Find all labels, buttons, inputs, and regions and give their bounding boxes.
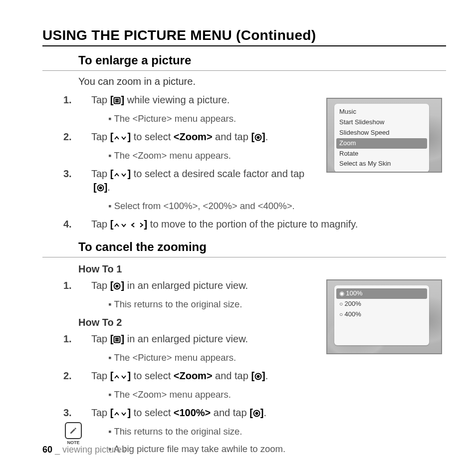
step-number: 3. [78,167,91,181]
svg-point-9 [116,284,119,287]
step-text: Tap [] in an enlarged picture view. [91,333,248,344]
step-text: Tap [] to select <Zoom> and tap []. [91,131,268,142]
step-number: 2. [78,369,91,383]
select-icon [253,410,260,417]
svg-point-17 [255,412,258,415]
svg-point-5 [257,136,260,139]
manual-page: USING THE PICTURE MENU (Continued) To en… [0,0,476,476]
up-icon [113,135,120,141]
zoom-option: 200% [334,299,429,309]
step-text: Tap [] to select <100%> and tap []. [91,407,266,418]
down-icon [120,172,127,178]
left-icon [130,222,136,229]
zoom-menu-panel: 100%200%400% [334,285,429,345]
step-sub: Select from <100%>, <200%> and <400%>. [108,200,446,213]
menu-item: Rotate [334,149,429,159]
step-text: Tap [ ] to move to the portion of the pi… [91,219,358,230]
pencil-icon [65,422,82,439]
step: 2.Tap [] to select <Zoom> and tap []. [78,369,446,383]
step: 1.Tap [] while viewing a picture. [78,93,323,107]
step: 4.Tap [ ] to move to the portion of the … [78,218,446,231]
step-number: 3. [78,406,91,420]
step-text: Tap [] while viewing a picture. [91,94,230,105]
down-icon [120,135,127,141]
step-text: Tap [] in an enlarged picture view. [91,280,248,291]
step-sub: This returns to the original size. [108,426,446,438]
section-rule [42,70,446,71]
step: 3.Tap [] to select a desired scale facto… [78,167,323,194]
step: 1.Tap [] in an enlarged picture view. [78,279,323,292]
menu-item: Start Slideshow [334,117,429,128]
up-icon [113,172,120,178]
menu-item: Music [334,107,429,117]
up-icon [113,374,120,380]
zoom-option: 400% [334,309,429,320]
step: 2.Tap [] to select <Zoom> and tap []. [78,130,323,144]
step-number: 2. [78,130,91,144]
right-icon [139,222,144,229]
down-icon [120,411,127,417]
menu-item: Select as My Skin [334,159,429,169]
device-mock-picture-menu: MusicStart SlideshowSlideshow SpeedZoomR… [326,98,442,173]
device-mock-zoom-menu: 100%200%400% [326,279,442,354]
menu-item: Slideshow Speed [334,128,429,138]
menu-icon [113,97,121,104]
section-rule-2 [42,257,446,257]
page-number: 60 [42,445,52,455]
step-number: 1. [78,279,91,292]
section-heading-cancel: To cancel the zooming [42,240,446,254]
step-number: 1. [78,93,91,107]
select-icon [97,184,104,192]
select-icon [254,373,262,380]
select-icon [113,282,121,290]
step: 3.Tap [] to select <100%> and tap []. [78,406,446,420]
howto1-label: How To 1 [78,263,446,275]
step-text: Tap [] to select <Zoom> and tap []. [91,370,268,381]
menu-item: Zoom [336,138,427,149]
up-icon [113,411,120,417]
note-text: A big picture file may take awhile to zo… [108,443,446,456]
section-heading-enlarge: To enlarge a picture [42,53,446,67]
svg-point-7 [99,186,102,189]
enlarge-intro: You can zoom in a picture. [78,76,446,87]
up-icon [113,222,120,229]
step: 1.Tap [] in an enlarged picture view. [78,332,323,346]
svg-point-15 [257,375,260,378]
step-sub: The <Zoom> menu appears. [108,389,446,401]
picture-menu-panel: MusicStart SlideshowSlideshow SpeedZoomR… [334,104,429,172]
page-footer: 60 _ viewing pictures [42,445,126,455]
chapter-name: viewing pictures [62,445,126,455]
title-rule [42,45,446,46]
page-title: USING THE PICTURE MENU (Continued) [42,27,446,43]
footer-sep: _ [52,445,62,455]
note-icon: NOTE [65,422,82,445]
select-icon [254,134,262,141]
down-icon [120,222,127,229]
zoom-option: 100% [336,288,427,299]
down-icon [120,374,127,380]
step-number: 4. [78,218,91,231]
step-text: Tap [] to select a desired scale factor … [91,168,304,193]
step-number: 1. [78,332,91,346]
menu-icon [113,336,121,343]
